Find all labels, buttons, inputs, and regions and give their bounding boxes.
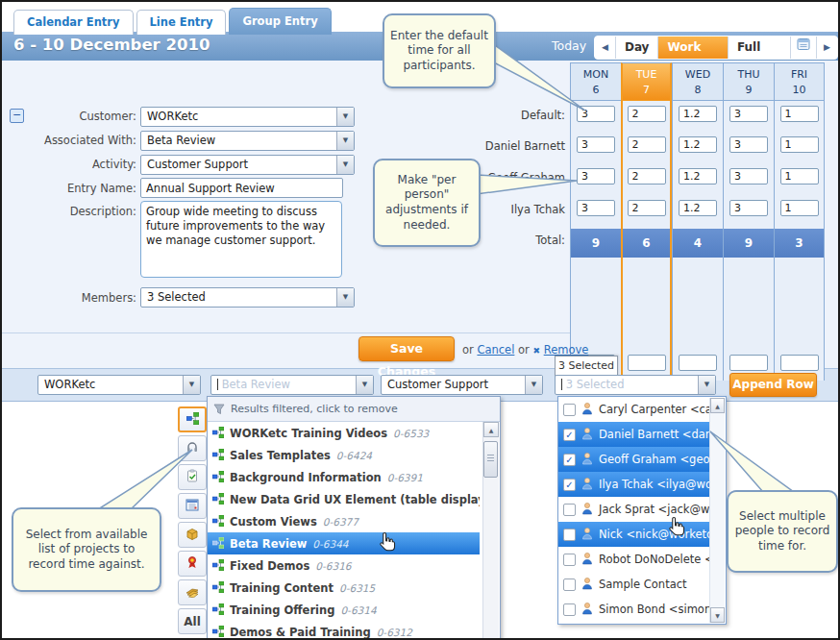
member-item[interactable]: Jack Sprat <jack@wo bbox=[558, 497, 710, 522]
entry-name-field[interactable] bbox=[140, 178, 343, 198]
member-time-cell[interactable] bbox=[679, 136, 717, 153]
filter-tasks-button[interactable] bbox=[178, 464, 207, 490]
customer-dropdown[interactable]: WORKetc ▼ bbox=[140, 107, 355, 127]
member-time-cell[interactable] bbox=[780, 168, 819, 185]
chevron-down-icon[interactable]: ▼ bbox=[356, 376, 373, 394]
toolbar-customer-dropdown[interactable]: WORKetc ▼ bbox=[37, 375, 201, 395]
full-week-view-button[interactable]: Full Week bbox=[729, 37, 791, 59]
scroll-down-icon[interactable]: ▼ bbox=[710, 607, 725, 623]
member-checkbox-checked[interactable]: ✓ bbox=[563, 479, 576, 491]
member-time-cell[interactable] bbox=[577, 136, 615, 153]
member-time-cell[interactable] bbox=[729, 200, 768, 216]
activity-dropdown[interactable]: Customer Support ▼ bbox=[140, 155, 355, 175]
append-time-cell[interactable] bbox=[628, 355, 666, 371]
chevron-down-icon[interactable]: ▼ bbox=[336, 156, 354, 174]
project-item[interactable]: Training Content 0-6315 bbox=[208, 577, 480, 599]
day-view-button[interactable]: Day bbox=[616, 37, 659, 59]
filter-leads-button[interactable] bbox=[178, 579, 207, 605]
filter-products-button[interactable] bbox=[178, 522, 207, 548]
member-time-cell[interactable] bbox=[628, 136, 666, 153]
member-checkbox[interactable] bbox=[563, 554, 576, 566]
tab-line-entry[interactable]: Line Entry bbox=[136, 10, 227, 35]
today-button[interactable]: Today bbox=[552, 38, 586, 53]
members-dropdown[interactable]: 3 Selected ▼ bbox=[140, 287, 355, 308]
default-time-cell[interactable] bbox=[577, 106, 615, 122]
member-time-cell[interactable] bbox=[729, 136, 768, 153]
toolbar-project-combobox[interactable]: Beta Review ▼ bbox=[210, 375, 374, 395]
project-item[interactable]: Background Information 0-6391 bbox=[208, 466, 480, 488]
results-filter-header[interactable]: Results filtered, click to remove bbox=[208, 397, 500, 422]
project-scrollbar[interactable]: ▲ bbox=[482, 422, 499, 640]
default-time-cell[interactable] bbox=[729, 106, 768, 122]
toolbar-members-combobox[interactable]: 3 Selected ▼ bbox=[555, 375, 716, 395]
project-item[interactable]: Fixed Demos 0-6316 bbox=[208, 554, 480, 577]
project-item[interactable]: Training Offering 0-6314 bbox=[208, 599, 480, 621]
chevron-down-icon[interactable]: ▼ bbox=[183, 376, 200, 394]
members-scrollbar[interactable]: ▲ ▼ bbox=[709, 398, 725, 623]
member-item[interactable]: Caryl Carpenter <car bbox=[558, 397, 710, 422]
append-time-cell[interactable] bbox=[729, 355, 768, 371]
member-item-checked[interactable]: ✓ Geoff Graham <geof bbox=[558, 447, 710, 472]
member-time-cell[interactable] bbox=[577, 200, 615, 216]
member-item-checked[interactable]: ✓ Daniel Barnett <dani bbox=[558, 422, 710, 447]
member-checkbox-checked[interactable]: ✓ bbox=[563, 429, 576, 441]
next-week-button[interactable]: ▶ bbox=[817, 37, 837, 59]
member-time-cell[interactable] bbox=[780, 200, 819, 216]
remove-link[interactable]: Remove bbox=[544, 343, 589, 357]
filter-support-button[interactable] bbox=[178, 435, 207, 461]
project-item[interactable]: New Data Grid UX Element (table display)… bbox=[208, 488, 480, 510]
work-week-view-button[interactable]: Work Week bbox=[658, 37, 729, 59]
member-time-cell[interactable] bbox=[628, 200, 666, 216]
scroll-up-icon[interactable]: ▲ bbox=[710, 398, 725, 413]
member-checkbox[interactable] bbox=[563, 529, 576, 541]
filter-all-button[interactable]: All bbox=[178, 608, 207, 634]
description-field[interactable]: Group wide meeting to discuss future imp… bbox=[140, 201, 342, 278]
chevron-down-icon[interactable]: ▼ bbox=[336, 132, 354, 150]
member-checkbox[interactable] bbox=[563, 504, 576, 516]
date-picker-button[interactable] bbox=[791, 37, 817, 59]
filter-projects-button[interactable] bbox=[178, 406, 207, 432]
member-time-cell[interactable] bbox=[679, 168, 717, 185]
chevron-down-icon[interactable]: ▼ bbox=[525, 376, 542, 394]
member-checkbox-checked[interactable]: ✓ bbox=[563, 454, 576, 466]
tab-group-entry[interactable]: Group Entry bbox=[229, 8, 331, 35]
filter-awards-button[interactable] bbox=[178, 551, 207, 577]
member-time-cell[interactable] bbox=[628, 168, 666, 185]
project-item[interactable]: Demos & Paid Training 0-6312 bbox=[208, 621, 480, 640]
member-time-cell[interactable] bbox=[577, 168, 615, 185]
project-item[interactable]: WORKetc Training Videos 0-6533 bbox=[208, 422, 480, 444]
chevron-down-icon[interactable]: ▼ bbox=[698, 376, 715, 394]
project-item[interactable]: Sales Templates 0-6424 bbox=[208, 444, 480, 466]
member-time-cell[interactable] bbox=[780, 136, 819, 153]
default-time-cell[interactable] bbox=[780, 106, 819, 122]
save-changes-button[interactable]: Save Changes bbox=[358, 336, 455, 361]
toolbar-activity-dropdown[interactable]: Customer Support ▼ bbox=[381, 375, 543, 395]
member-item[interactable]: Simon Bond <simon@ bbox=[558, 597, 710, 622]
append-time-cell[interactable] bbox=[679, 355, 717, 371]
chevron-down-icon[interactable]: ▼ bbox=[336, 288, 354, 307]
panel-divider bbox=[2, 332, 571, 333]
prev-week-button[interactable]: ◀ bbox=[595, 37, 616, 59]
cancel-link[interactable]: Cancel bbox=[477, 343, 514, 357]
member-item-hover[interactable]: Nick <nick@worketc bbox=[558, 522, 710, 547]
append-time-cell[interactable] bbox=[780, 355, 819, 371]
member-checkbox[interactable] bbox=[563, 578, 576, 591]
member-checkbox[interactable] bbox=[563, 404, 576, 416]
member-time-cell[interactable] bbox=[679, 200, 717, 216]
chevron-down-icon[interactable]: ▼ bbox=[336, 108, 354, 126]
member-item-checked[interactable]: ✓ Ilya Tchak <ilya@wo bbox=[558, 472, 710, 497]
member-item[interactable]: Robot DoNoDelete < bbox=[558, 547, 710, 572]
filter-calendar-button[interactable] bbox=[178, 493, 207, 519]
default-time-cell[interactable] bbox=[679, 106, 717, 122]
default-time-cell[interactable] bbox=[628, 106, 666, 122]
member-item[interactable]: Sample Contact bbox=[558, 572, 710, 597]
project-item-selected[interactable]: Beta Review 0-6344 bbox=[208, 532, 480, 554]
project-item[interactable]: Custom Views 0-6377 bbox=[208, 510, 480, 532]
member-time-cell[interactable] bbox=[729, 168, 768, 185]
append-row-button[interactable]: Append Row bbox=[729, 373, 817, 397]
scrollbar-thumb[interactable] bbox=[483, 441, 498, 478]
scroll-up-icon[interactable]: ▲ bbox=[483, 422, 499, 437]
associated-with-dropdown[interactable]: Beta Review ▼ bbox=[140, 131, 355, 151]
member-checkbox[interactable] bbox=[563, 603, 576, 616]
tab-calendar-entry[interactable]: Calendar Entry bbox=[13, 10, 134, 35]
